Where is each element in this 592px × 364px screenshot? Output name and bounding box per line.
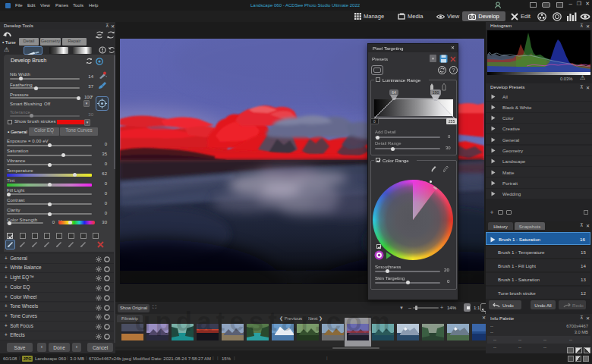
svg-text:?: ?	[452, 67, 455, 73]
